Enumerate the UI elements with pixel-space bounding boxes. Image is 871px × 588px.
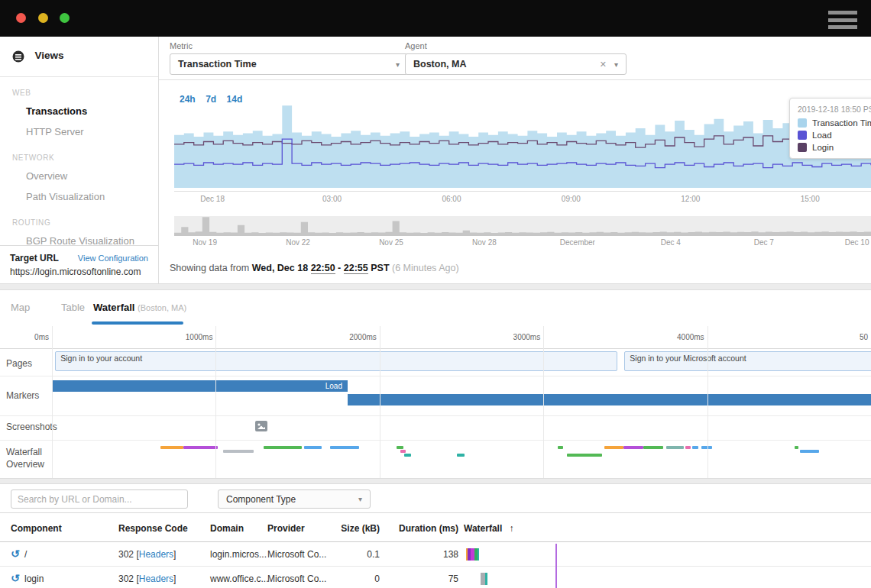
metric-label: Metric (170, 41, 193, 50)
legend-swatch-transaction-time (798, 118, 807, 128)
component-type-select[interactable]: Component Type ▾ (218, 489, 371, 509)
ruler-label: 3000ms (482, 333, 540, 341)
axis-tick-label: Dec 18 (200, 195, 225, 203)
search-input[interactable] (11, 489, 188, 509)
minimize-window-icon[interactable] (38, 13, 48, 23)
waterfall-timeline-grid: Pages Markers Screenshots Waterfall Over… (0, 326, 871, 478)
col-response-code[interactable]: Response Code (118, 523, 188, 534)
col-duration[interactable]: Duration (ms) (390, 523, 458, 534)
legend-item-transaction-time: Transaction Time (798, 118, 871, 128)
chart-series-transaction-time-history (174, 217, 871, 236)
agent-select[interactable]: Boston, MA ✕ ▾ (405, 53, 627, 75)
agent-label: Agent (405, 41, 427, 50)
views-nav: WEB Transactions HTTP Server NETWORK Ove… (0, 77, 158, 251)
overview-segment (404, 454, 411, 457)
app-window: Views WEB Transactions HTTP Server NETWO… (0, 0, 871, 588)
axis-tick-label: December (560, 238, 595, 247)
views-header: Views (0, 37, 158, 77)
axis-tick-label: Dec 4 (661, 238, 681, 247)
metric-select[interactable]: Transaction Time ▾ (170, 53, 408, 75)
section-label-routing: ROUTING (0, 207, 158, 231)
target-url-value: https://login.microsoftonline.com (10, 267, 148, 277)
legend-item-login: Login (798, 143, 871, 152)
row-label-markers: Markers (6, 390, 39, 401)
legend-swatch-load (798, 131, 807, 140)
chart-legend: 2019-12-18 18:50 PST Transaction Time Lo… (789, 98, 871, 159)
sidebar-item-overview[interactable]: Overview (0, 166, 158, 186)
tab-map[interactable]: Map (11, 302, 30, 313)
metric-select-value: Transaction Time (178, 59, 396, 69)
page-box-sign-in[interactable]: Sign in to your account (55, 351, 617, 371)
agent-select-value: Boston, MA (413, 59, 600, 69)
cell-component[interactable]: / (24, 549, 27, 560)
overview-segment (567, 454, 602, 457)
headers-link[interactable]: Headers (139, 549, 173, 560)
sidebar-item-transactions[interactable]: Transactions (0, 101, 158, 121)
request-timing-bar (478, 548, 479, 561)
request-timing-bar (485, 573, 487, 585)
overview-segment (685, 446, 691, 449)
waterfall-overview-minimap[interactable] (0, 443, 871, 478)
hamburger-menu-icon[interactable] (828, 11, 857, 33)
active-tab-indicator (92, 321, 183, 325)
overview-segment (558, 446, 562, 449)
chart-axis-line (174, 191, 871, 192)
marker-bar-load[interactable]: Load (52, 380, 348, 392)
section-divider (0, 283, 871, 290)
maximize-window-icon[interactable] (60, 13, 70, 23)
views-stack-icon (12, 50, 24, 63)
chevron-down-icon: ▾ (614, 60, 618, 69)
axis-tick-label: 03:00 (322, 195, 342, 203)
overview-segment (666, 446, 684, 449)
cell-domain: login.micros... (210, 549, 267, 560)
col-waterfall[interactable]: Waterfall ↑ (464, 523, 514, 534)
marker-bar-2[interactable] (348, 394, 871, 405)
views-sidebar: Views WEB Transactions HTTP Server NETWO… (0, 37, 159, 284)
col-domain[interactable]: Domain (210, 523, 244, 534)
cell-response-code: 302 [Headers] (118, 549, 176, 560)
table-row[interactable]: ↺ login 302 [Headers] www.office.c... Mi… (0, 567, 871, 588)
overview-segment (623, 446, 643, 449)
tab-table[interactable]: Table (61, 302, 85, 313)
col-size[interactable]: Size (kB) (336, 523, 380, 534)
minutes-ago: (6 Minutes Ago) (392, 263, 459, 273)
cell-provider: Microsoft Co... (267, 573, 326, 584)
history-overview-strip[interactable] (174, 216, 871, 236)
screenshot-thumbnail-icon[interactable] (255, 421, 267, 431)
range-14d-link[interactable]: 14d (227, 94, 243, 105)
chart-series-transaction-time (174, 105, 871, 188)
range-24h-link[interactable]: 24h (180, 94, 196, 105)
history-x-axis: Nov 19Nov 22Nov 25Nov 28DecemberDec 4Dec… (174, 238, 871, 247)
legend-label-transaction-time: Transaction Time (812, 118, 871, 128)
chart-controls-bar: Metric Transaction Time ▾ Agent Boston, … (159, 37, 871, 80)
close-window-icon[interactable] (16, 13, 26, 23)
page-box-sign-in-microsoft[interactable]: Sign in to your Microsoft account (624, 351, 871, 371)
row-label-screenshots: Screenshots (6, 422, 57, 432)
axis-tick-label: 06:00 (442, 195, 461, 203)
view-configuration-link[interactable]: View Configuration (78, 254, 148, 263)
overview-segment (643, 446, 663, 449)
component-type-value: Component Type (226, 494, 358, 505)
cell-waterfall-bars[interactable] (464, 548, 869, 561)
tab-waterfall[interactable]: Waterfall (Boston, MA) (93, 302, 186, 313)
col-component[interactable]: Component (11, 523, 62, 534)
data-window-status: Showing data from Wed, Dec 18 22:50 - 22… (170, 263, 459, 273)
cell-waterfall-bars[interactable] (464, 573, 869, 585)
section-divider-2 (0, 478, 871, 484)
table-row[interactable]: ↺ / 302 [Headers] login.micros... Micros… (0, 542, 871, 567)
time-start: 22:50 (311, 263, 335, 274)
clear-agent-icon[interactable]: ✕ (600, 60, 607, 69)
sidebar-item-http-server[interactable]: HTTP Server (0, 121, 158, 142)
gridline (380, 326, 380, 478)
sort-ascending-icon[interactable]: ↑ (510, 523, 514, 534)
transaction-time-chart[interactable] (174, 104, 871, 188)
headers-link[interactable]: Headers (139, 573, 173, 584)
overview-segment (604, 446, 624, 449)
col-provider[interactable]: Provider (267, 523, 305, 534)
row-label-pages: Pages (6, 358, 32, 369)
sidebar-item-path-visualization[interactable]: Path Visualization (0, 186, 158, 207)
marker-load-label: Load (325, 382, 342, 390)
cell-component[interactable]: login (24, 573, 44, 584)
range-7d-link[interactable]: 7d (206, 94, 216, 105)
axis-tick-label: Dec 7 (754, 238, 774, 247)
